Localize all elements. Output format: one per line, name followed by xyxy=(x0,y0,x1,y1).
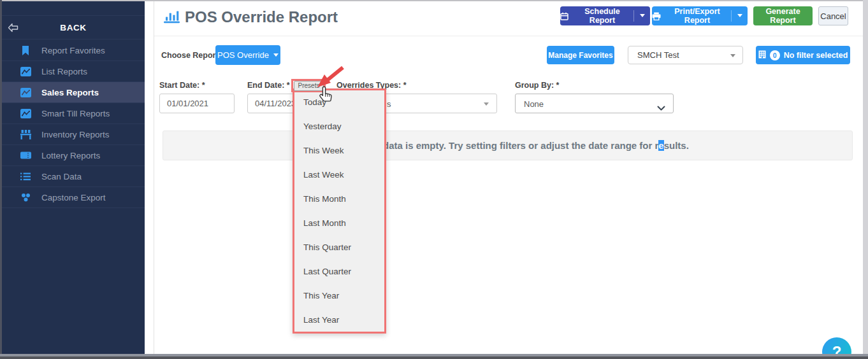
chevron-down-icon[interactable] xyxy=(737,14,742,17)
scrollbar-track xyxy=(863,0,868,359)
presets-option-last-quarter[interactable]: Last Quarter xyxy=(294,259,384,283)
sidebar: BACK Report Favorites List Reports Sales… xyxy=(2,1,145,354)
title-divider xyxy=(154,36,863,36)
selected-text: e xyxy=(658,140,663,151)
manage-favorites-label: Manage Favorites xyxy=(548,51,612,60)
manage-favorites-button[interactable]: Manage Favorites xyxy=(547,46,614,64)
list-icon xyxy=(20,172,31,181)
cancel-label: Cancel xyxy=(820,11,846,21)
presets-option-yesterday[interactable]: Yesterday xyxy=(294,115,384,139)
sidebar-item-label: List Reports xyxy=(41,67,87,76)
overrides-types-value: s xyxy=(387,99,391,109)
group-by-label: Group By: * xyxy=(515,81,559,90)
generate-report-button[interactable]: Generate Report xyxy=(753,6,813,25)
chevron-down-icon xyxy=(657,102,665,113)
filter-count-badge: 0 xyxy=(770,50,780,60)
empty-data-message-text: data is empty. Try setting filters or ad… xyxy=(383,131,689,160)
presets-option-this-year[interactable]: This Year xyxy=(294,283,384,307)
calendar-icon xyxy=(560,12,568,20)
mouse-cursor xyxy=(318,85,335,107)
sidebar-item-label: Scan Data xyxy=(41,172,82,181)
shelf-icon xyxy=(20,130,31,139)
button-separator xyxy=(731,10,732,22)
sidebar-item-label: Lottery Reports xyxy=(41,151,100,160)
window-border-top xyxy=(0,0,868,1)
empty-data-message: data is empty. Try setting filters or ad… xyxy=(163,130,853,160)
schedule-report-label: Schedule Report xyxy=(574,7,631,25)
sidebar-item-scan-data[interactable]: Scan Data xyxy=(2,166,145,187)
report-select-value: POS Override xyxy=(217,50,269,60)
page-title: POS Override Report xyxy=(185,8,338,26)
sidebar-item-capstone-export[interactable]: Capstone Export xyxy=(2,187,145,208)
sidebar-item-lottery-reports[interactable]: Lottery Reports xyxy=(2,145,145,166)
sidebar-item-inventory-reports[interactable]: Inventory Reports xyxy=(2,124,145,145)
presets-option-this-week[interactable]: This Week xyxy=(294,139,384,163)
line-chart-icon xyxy=(20,67,31,76)
pos-override-report-screen: BACK Report Favorites List Reports Sales… xyxy=(0,0,868,359)
chevron-down-icon xyxy=(484,102,489,106)
schedule-report-button[interactable]: Schedule Report xyxy=(560,6,650,25)
filter-button-label: No filter selected xyxy=(784,51,848,60)
sidebar-item-label: Inventory Reports xyxy=(41,130,110,139)
bar-chart-icon xyxy=(163,9,180,27)
sidebar-item-sales-reports[interactable]: Sales Reports xyxy=(2,82,145,103)
building-icon xyxy=(758,50,766,61)
start-date-label: Start Date: * xyxy=(159,81,205,90)
print-export-report-label: Print/Export Report xyxy=(666,7,728,25)
cancel-button[interactable]: Cancel xyxy=(818,6,848,25)
group-by-select[interactable]: None xyxy=(515,94,674,113)
sidebar-item-list-reports[interactable]: List Reports xyxy=(2,61,145,82)
sidebar-item-label: Report Favorites xyxy=(41,46,105,55)
location-filter-button[interactable]: 0 No filter selected xyxy=(756,46,850,64)
choose-report-label: Choose Report xyxy=(161,51,219,60)
presets-option-last-month[interactable]: Last Month xyxy=(294,211,384,236)
sidebar-item-smart-till-reports[interactable]: Smart Till Reports xyxy=(2,103,145,124)
printer-icon xyxy=(652,12,661,20)
start-date-input[interactable] xyxy=(159,94,235,113)
bookmark-icon xyxy=(20,46,31,55)
presets-option-this-month[interactable]: This Month xyxy=(294,187,384,211)
favorite-report-select[interactable]: SMCH Test xyxy=(628,46,743,64)
message-before-selection: data is empty. Try setting filters or ad… xyxy=(383,140,658,151)
end-date-label: End Date: * xyxy=(247,81,290,90)
sidebar-item-label: Smart Till Reports xyxy=(41,109,110,118)
ticket-icon xyxy=(20,151,31,159)
generate-report-label: Generate Report xyxy=(753,7,813,25)
presets-option-last-year[interactable]: Last Year xyxy=(294,307,384,332)
message-after-selection: sults. xyxy=(664,140,689,151)
sidebar-item-label: Sales Reports xyxy=(41,88,99,97)
button-separator xyxy=(633,10,634,22)
sidebar-item-label: Capstone Export xyxy=(41,193,106,202)
sidebar-nav: Report Favorites List Reports Sales Repo… xyxy=(2,40,145,208)
chevron-down-icon xyxy=(730,54,735,57)
sidebar-back-label: BACK xyxy=(2,16,145,39)
cluster-icon xyxy=(20,193,31,202)
presets-option-last-week[interactable]: Last Week xyxy=(294,163,384,187)
chevron-down-icon xyxy=(273,53,278,57)
line-chart-icon xyxy=(20,109,31,118)
sidebar-back-button[interactable]: BACK xyxy=(2,16,145,39)
favorite-report-value: SMCH Test xyxy=(637,50,679,60)
chevron-down-icon[interactable] xyxy=(640,14,645,17)
report-select-dropdown[interactable]: POS Override xyxy=(215,45,280,65)
group-by-value: None xyxy=(524,99,544,109)
presets-menu: Today Yesterday This Week Last Week This… xyxy=(293,88,386,334)
line-chart-icon xyxy=(20,88,31,97)
print-export-report-button[interactable]: Print/Export Report xyxy=(652,6,748,25)
presets-option-this-quarter[interactable]: This Quarter xyxy=(294,235,384,259)
window-border-bottom-edge xyxy=(0,356,868,359)
sidebar-item-report-favorites[interactable]: Report Favorites xyxy=(2,40,145,61)
window-border-left xyxy=(0,0,2,359)
